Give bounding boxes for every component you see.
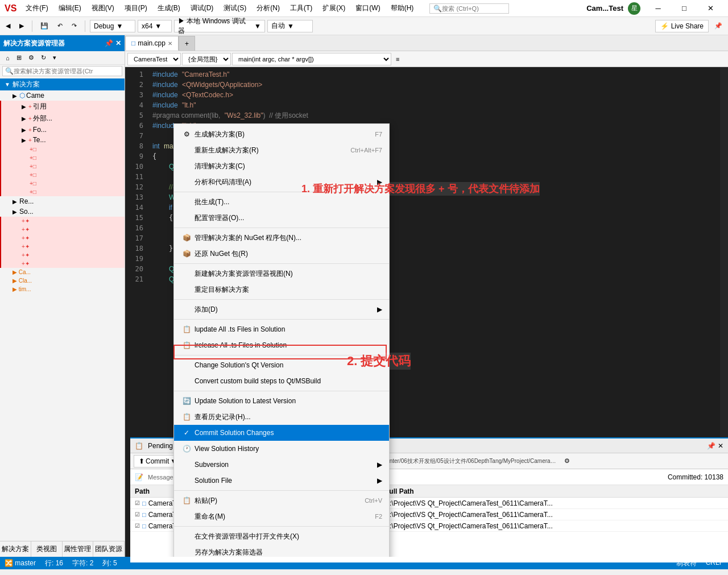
menu-tools[interactable]: 工具(T)	[286, 2, 317, 14]
ctx-analyze[interactable]: 分析和代码清理(A) ▶	[174, 174, 389, 190]
tree-item-sf5[interactable]: +✦	[0, 251, 125, 259]
close-button[interactable]: ✕	[697, 0, 723, 17]
tree-item-tim[interactable]: ▶ tim...	[0, 285, 125, 293]
menu-analyze[interactable]: 分析(N)	[252, 2, 284, 14]
ctx-lupdate[interactable]: 📋 lupdate All .ts Files in Solution	[174, 321, 389, 337]
liveshare-button[interactable]: ⚡ Live Share	[655, 20, 709, 32]
func-dropdown[interactable]: main(int argc, char * argv[])	[232, 53, 391, 65]
ctx-add[interactable]: 添加(D) ▶	[174, 301, 389, 317]
pin-icon[interactable]: 📌	[707, 442, 715, 450]
tree-item-came[interactable]: ▶ ⬡ Came	[0, 90, 125, 101]
sidebar-tab-propmanager[interactable]: 属性管理	[63, 541, 94, 557]
close-icon[interactable]: ✕	[718, 442, 723, 450]
toolbar-forward[interactable]: ▶	[16, 21, 27, 31]
menu-window[interactable]: 窗口(W)	[351, 2, 384, 14]
auto-dropdown[interactable]: 自动 ▼	[267, 20, 313, 32]
minimize-button[interactable]: ─	[645, 0, 671, 17]
menu-test[interactable]: 测试(S)	[219, 2, 251, 14]
tree-item-file2[interactable]: +□	[0, 154, 125, 162]
tree-item-cla[interactable]: ▶ Cla...	[0, 276, 125, 285]
sidebar-tab-classview[interactable]: 类视图	[31, 541, 63, 557]
tree-item-file3[interactable]: +□	[0, 162, 125, 171]
sidebar-refresh[interactable]: ↻	[38, 53, 49, 63]
tree-item-sf3[interactable]: +✦	[0, 234, 125, 242]
ctx-clean-solution[interactable]: 清理解决方案(C)	[174, 158, 389, 174]
tree-item-sf1[interactable]: +✦	[0, 217, 125, 225]
sidebar-search-input[interactable]	[14, 68, 93, 75]
user-avatar[interactable]: 星	[628, 2, 640, 15]
sidebar-settings[interactable]: ⚙	[25, 53, 38, 63]
menu-edit[interactable]: 编辑(E)	[54, 2, 86, 14]
tree-item-external[interactable]: ▶ + 外部...	[0, 113, 125, 125]
tree-item-te[interactable]: ▶ + Te...	[0, 135, 125, 145]
arch-dropdown[interactable]: x64 ▼	[138, 20, 172, 32]
tree-item-sf2[interactable]: +✦	[0, 225, 125, 234]
ctx-lrelease[interactable]: 📋 lrelease All .ts Files in Solution	[174, 337, 389, 353]
menu-project[interactable]: 项目(P)	[120, 2, 152, 14]
scope-dropdown[interactable]: CameraTest	[127, 53, 181, 65]
tab-close-button[interactable]: ✕	[168, 40, 172, 47]
ctx-new-explorer-view[interactable]: 新建解决方案资源管理器视图(N)	[174, 266, 389, 282]
debug-config-dropdown[interactable]: Debug ▼	[90, 20, 135, 32]
sidebar-home[interactable]: ⌂	[2, 53, 13, 63]
search-input[interactable]	[442, 5, 504, 12]
tree-item-re[interactable]: ▶ Re...	[0, 196, 125, 206]
sidebar-tab-solution[interactable]: 解决方案	[0, 541, 31, 557]
ctx-commit-solution[interactable]: ✓ Commit Solution Changes	[174, 425, 389, 441]
menu-build[interactable]: 生成(B)	[153, 2, 185, 14]
ctx-config-manager[interactable]: 配置管理器(O)...	[174, 210, 389, 226]
toolbar-pin[interactable]: 📌	[711, 21, 726, 31]
tree-item-file6[interactable]: +□	[0, 188, 125, 196]
run-dropdown[interactable]: ▶ 本地 Windows 调试器 ▼	[174, 20, 265, 32]
global-dropdown[interactable]: {全局范围}	[182, 53, 231, 65]
nav-more-btn[interactable]: ≡	[392, 55, 403, 64]
editor-tab-new[interactable]: +	[179, 36, 195, 51]
ctx-change-qt[interactable]: Change Solution's Qt Version	[174, 357, 389, 373]
ctx-rebuild-solution[interactable]: 重新生成解决方案(R) Ctrl+Alt+F7	[174, 142, 389, 158]
tree-item-solution[interactable]: ▼ 解决方案	[0, 78, 125, 90]
tree-item-so[interactable]: ▶ So...	[0, 206, 125, 217]
menu-file[interactable]: 文件(F)	[21, 2, 52, 14]
ctx-manage-nuget[interactable]: 📦 管理解决方案的 NuGet 程序包(N)...	[174, 230, 389, 246]
ctx-subversion[interactable]: Subversion ▶	[174, 457, 389, 473]
ctx-paste[interactable]: 📋 粘贴(P) Ctrl+V	[174, 493, 389, 508]
ctx-retarget[interactable]: 重定目标解决方案	[174, 282, 389, 297]
ctx-convert-build[interactable]: Convert custom build steps to Qt/MSBuild	[174, 373, 389, 389]
ctx-restore-nuget[interactable]: 📦 还原 NuGet 包(R)	[174, 246, 389, 262]
ctx-save-as-filter[interactable]: 另存为解决方案筛选器	[174, 544, 389, 557]
sidebar-filter[interactable]: ⊞	[13, 53, 25, 63]
tree-item-file5[interactable]: +□	[0, 179, 125, 188]
menu-help[interactable]: 帮助(H)	[386, 2, 419, 14]
menu-extensions[interactable]: 扩展(X)	[318, 2, 350, 14]
editor-tab-main[interactable]: □ main.cpp ✕	[125, 36, 179, 51]
menu-view[interactable]: 视图(V)	[87, 2, 119, 14]
ctx-update-solution[interactable]: 🔄 Update Solution to Latest Version	[174, 393, 389, 409]
tree-item-sf6[interactable]: +✦	[0, 259, 125, 268]
toolbar-undo[interactable]: ↶	[54, 21, 66, 31]
toolbar-back[interactable]: ◀	[2, 21, 14, 31]
ctx-view-solution-history[interactable]: 🕐 View Solution History	[174, 441, 389, 457]
menu-debug[interactable]: 调试(D)	[186, 2, 218, 14]
tree-item-file4[interactable]: +□	[0, 171, 125, 179]
ctx-batch-build[interactable]: 批生成(T)...	[174, 194, 389, 210]
pending-settings[interactable]: ⚙	[561, 456, 573, 466]
close-icon[interactable]: ✕	[115, 39, 121, 47]
search-box[interactable]: 🔍	[429, 3, 509, 14]
maximize-button[interactable]: □	[671, 0, 697, 17]
toolbar-redo[interactable]: ↷	[68, 21, 80, 31]
tree-item-file1[interactable]: +□	[0, 145, 125, 154]
sidebar-search[interactable]: 🔍	[2, 66, 122, 76]
tree-item-fo[interactable]: ▶ + Fo...	[0, 125, 125, 135]
ctx-view-history[interactable]: 📋 查看历史记录(H)...	[174, 409, 389, 425]
pin-icon[interactable]: 📌	[105, 39, 113, 47]
ctx-solution-file[interactable]: Solution File ▶	[174, 473, 389, 489]
ctx-open-in-explorer[interactable]: 在文件资源管理器中打开文件夹(X)	[174, 528, 389, 544]
tree-item-ca[interactable]: ▶ Ca...	[0, 268, 125, 276]
toolbar-save[interactable]: 💾	[37, 21, 52, 31]
sidebar-tab-teamresources[interactable]: 团队资源	[93, 541, 125, 557]
ctx-rename[interactable]: 重命名(M) F2	[174, 508, 389, 524]
tree-item-sf4[interactable]: +✦	[0, 242, 125, 251]
tree-item-ref[interactable]: ▶ + 引用	[0, 101, 125, 113]
sidebar-collapse[interactable]: ▾	[49, 53, 60, 63]
ctx-build-solution[interactable]: ⚙ 生成解决方案(B) F7	[174, 126, 389, 142]
